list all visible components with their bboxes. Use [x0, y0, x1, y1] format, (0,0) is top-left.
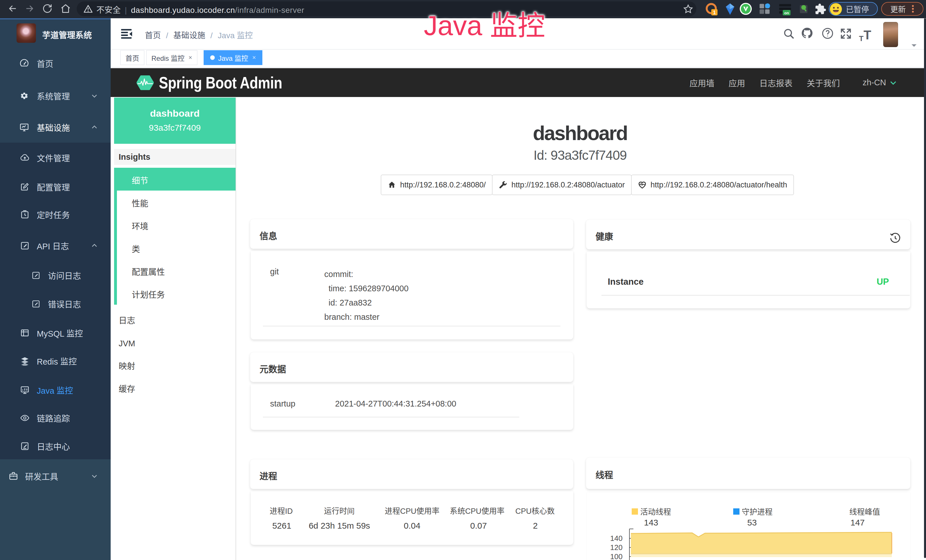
svg-text:1: 1: [713, 10, 716, 15]
svg-text:on: on: [784, 11, 789, 15]
